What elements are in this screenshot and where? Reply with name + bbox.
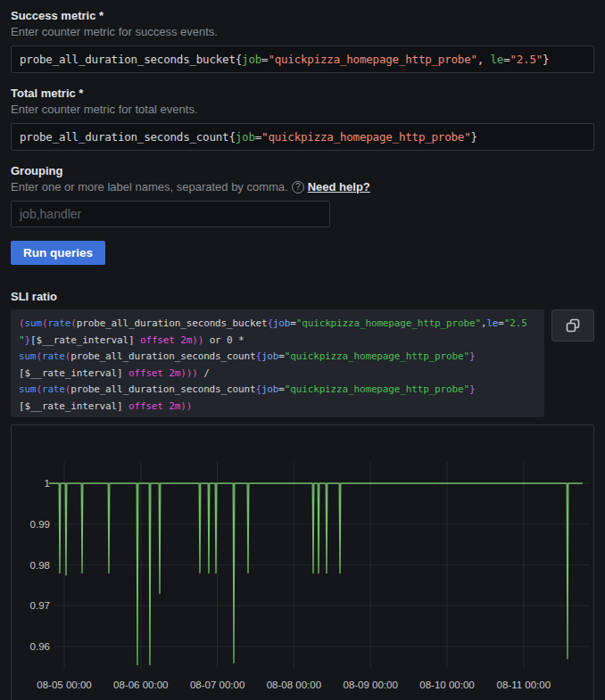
code-line: (sum(rate(probe_all_duration_seconds_buc…	[19, 316, 536, 333]
svg-text:0.98: 0.98	[30, 560, 50, 571]
sli-chart-panel[interactable]: 10.990.980.970.9608-05 00:0008-06 00:000…	[11, 424, 594, 700]
grouping-input[interactable]	[11, 201, 330, 227]
total-metric-input[interactable]: probe_all_duration_seconds_count{job="qu…	[11, 123, 594, 151]
code-line: "}[$__rate_interval] offset 2m)) or 0 *	[19, 333, 536, 350]
svg-text:08-11 00:00: 08-11 00:00	[497, 679, 551, 690]
svg-text:08-08 00:00: 08-08 00:00	[267, 679, 321, 690]
slo-query-editor: Success metric * Enter counter metric fo…	[0, 0, 605, 700]
sli-ratio-block: (sum(rate(probe_all_duration_seconds_buc…	[11, 309, 594, 417]
svg-text:08-09 00:00: 08-09 00:00	[344, 679, 398, 690]
svg-text:08-10 00:00: 08-10 00:00	[419, 679, 474, 690]
run-queries-button[interactable]: Run queries	[11, 241, 105, 265]
svg-text:0.99: 0.99	[30, 519, 50, 530]
grouping-description-row: Enter one or more label names, separated…	[11, 180, 594, 194]
svg-text:08-06 00:00: 08-06 00:00	[113, 679, 168, 690]
svg-text:0.97: 0.97	[30, 600, 50, 611]
sli-ratio-code: (sum(rate(probe_all_duration_seconds_buc…	[11, 309, 544, 417]
success-metric-label: Success metric *	[11, 9, 594, 22]
code-line: [$__rate_interval] offset 2m))	[19, 399, 536, 416]
svg-text:08-07 00:00: 08-07 00:00	[190, 679, 244, 690]
svg-text:08-05 00:00: 08-05 00:00	[37, 679, 91, 690]
grouping-field: Grouping Enter one or more label names, …	[11, 164, 594, 241]
code-line: [$__rate_interval] offset 2m))) /	[19, 366, 536, 383]
help-icon[interactable]: ?	[292, 181, 304, 194]
success-metric-input[interactable]: probe_all_duration_seconds_bucket{job="q…	[11, 45, 594, 73]
success-metric-description: Enter counter metric for success events.	[11, 25, 594, 38]
total-metric-label: Total metric *	[11, 86, 594, 100]
total-metric-field: Total metric * Enter counter metric for …	[11, 86, 594, 151]
need-help-link[interactable]: Need help?	[308, 180, 370, 194]
success-metric-field: Success metric * Enter counter metric fo…	[11, 9, 594, 73]
copy-icon	[566, 318, 580, 333]
code-line: sum(rate(probe_all_duration_seconds_coun…	[19, 382, 536, 399]
code-line: sum(rate(probe_all_duration_seconds_coun…	[19, 349, 536, 366]
copy-button[interactable]	[551, 309, 594, 342]
grouping-label: Grouping	[11, 164, 594, 177]
svg-text:0.96: 0.96	[30, 641, 50, 652]
total-metric-description: Enter counter metric for total events.	[11, 103, 594, 116]
sli-time-series-chart[interactable]: 10.990.980.970.9608-05 00:0008-06 00:000…	[12, 425, 593, 700]
sli-ratio-label: SLI ratio	[11, 290, 594, 303]
grouping-description: Enter one or more label names, separated…	[11, 180, 288, 194]
